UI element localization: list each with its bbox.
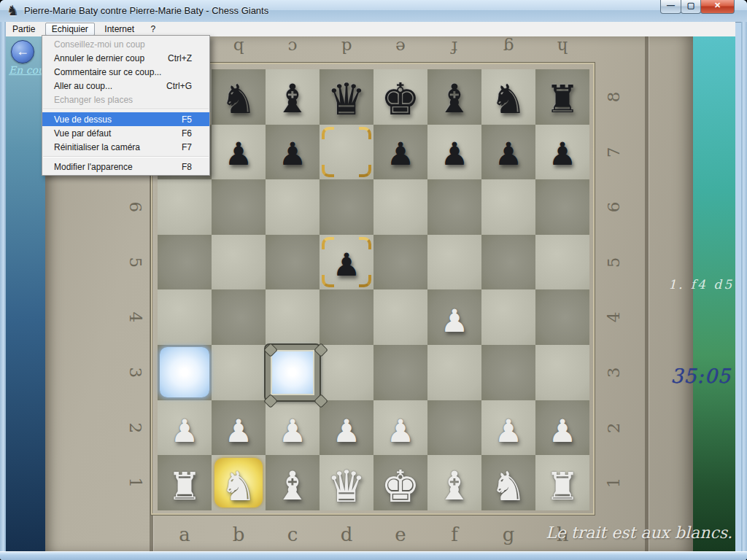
square-d4[interactable] (320, 289, 374, 345)
piece-black-pawn-c7[interactable]: ♟ (266, 127, 320, 182)
menu-item-modifier-l-apparence[interactable]: Modifier l'apparenceF8 (42, 160, 209, 174)
piece-white-pawn-e2[interactable]: ♟ (374, 404, 427, 459)
piece-black-pawn-d5[interactable]: ♟ (320, 237, 374, 292)
rank-label-left-1: 1 (108, 472, 163, 494)
frame-groove-right (645, 36, 649, 551)
window-border-left (0, 22, 6, 560)
square-g3[interactable] (481, 345, 535, 400)
scene-background-left (6, 36, 45, 551)
menu-item-label: Annuler le dernier coup (42, 53, 168, 63)
menu-item-echanger-les-places[interactable]: Echanger les places (42, 93, 209, 106)
menu-item-label: Conseillez-moi un coup (42, 39, 192, 50)
piece-white-bishop-f1[interactable]: ♝ (427, 459, 481, 514)
menu-item-label: Vue par défaut (42, 128, 182, 139)
piece-black-bishop-c8[interactable]: ♝ (266, 71, 320, 127)
square-h3[interactable] (535, 345, 589, 400)
menubar-item-echiquier[interactable]: Echiquier (45, 23, 95, 36)
menu-item-label: Commentaire sur ce coup... (42, 67, 192, 77)
file-label-top-g: g (481, 38, 535, 57)
square-a4[interactable] (158, 289, 212, 345)
file-label-bottom-a: a (158, 524, 212, 545)
menu-separator (43, 156, 209, 158)
menubar-item-partie[interactable]: Partie (6, 23, 42, 36)
menu-item-conseillez-moi-un-coup[interactable]: Conseillez-moi un coup (42, 37, 209, 51)
piece-white-pawn-f4[interactable]: ♟ (427, 293, 481, 349)
square-h5[interactable] (535, 235, 589, 290)
square-d3[interactable] (320, 345, 374, 400)
piece-black-bishop-f8[interactable]: ♝ (427, 71, 481, 127)
piece-black-queen-d8[interactable]: ♛ (320, 71, 374, 127)
square-c5[interactable] (266, 235, 320, 290)
square-g6[interactable] (481, 179, 535, 235)
square-f3[interactable] (427, 345, 481, 400)
square-h6[interactable] (535, 179, 589, 235)
menu-item-shortcut: F7 (182, 142, 209, 152)
piece-white-rook-h1[interactable]: ♜ (535, 459, 589, 514)
menu-item-label: Aller au coup... (42, 81, 166, 91)
square-f2[interactable] (427, 400, 481, 456)
file-label-top-f: f (427, 38, 481, 57)
square-e4[interactable] (374, 289, 427, 345)
rank-label-right-5: 5 (586, 252, 641, 273)
piece-white-pawn-a2[interactable]: ♟ (158, 404, 212, 459)
square-a5[interactable] (158, 235, 212, 290)
gold-corner-icon (359, 165, 371, 177)
window-title: Pierre-Marie Baty contre Pierre-Marie Ba… (24, 5, 268, 16)
square-b5[interactable] (212, 235, 266, 290)
square-g4[interactable] (481, 289, 535, 345)
menu-item-vue-de-dessus[interactable]: Vue de dessusF5 (42, 112, 209, 126)
square-f5[interactable] (427, 235, 481, 290)
rank-label-right-3: 3 (586, 362, 641, 384)
legal-move-highlight-a3[interactable] (160, 347, 209, 397)
square-a6[interactable] (158, 179, 212, 235)
square-b6[interactable] (212, 179, 266, 235)
titlebar[interactable]: ♞ Pierre-Marie Baty contre Pierre-Marie … (0, 0, 747, 23)
piece-black-rook-h8[interactable]: ♜ (535, 71, 589, 127)
square-e6[interactable] (374, 179, 427, 235)
piece-black-pawn-e7[interactable]: ♟ (374, 127, 427, 182)
menu-item-reinitialiser-la-camera[interactable]: Réinitialiser la caméraF7 (42, 140, 209, 154)
piece-white-rook-a1[interactable]: ♜ (158, 459, 212, 514)
piece-white-pawn-d2[interactable]: ♟ (320, 404, 374, 459)
square-f6[interactable] (427, 179, 481, 235)
piece-black-pawn-f7[interactable]: ♟ (427, 127, 481, 182)
square-c6[interactable] (266, 179, 320, 235)
piece-white-knight-g1[interactable]: ♞ (481, 459, 535, 514)
square-b3[interactable] (212, 345, 266, 400)
piece-white-king-e1[interactable]: ♚ (374, 459, 427, 514)
menubar-item-help[interactable]: ? (144, 23, 162, 36)
square-e5[interactable] (374, 235, 427, 290)
piece-black-knight-g8[interactable]: ♞ (481, 71, 535, 127)
menubar-item-internet[interactable]: Internet (98, 23, 141, 36)
maximize-button[interactable]: ▢ (681, 0, 701, 14)
piece-white-pawn-g2[interactable]: ♟ (481, 404, 535, 459)
piece-white-pawn-b2[interactable]: ♟ (212, 404, 266, 459)
piece-black-knight-b8[interactable]: ♞ (212, 71, 266, 127)
square-d6[interactable] (320, 179, 374, 235)
square-h4[interactable] (535, 289, 589, 345)
piece-black-pawn-h7[interactable]: ♟ (535, 127, 589, 182)
piece-black-king-e8[interactable]: ♚ (374, 71, 427, 127)
cursor-frame-c3[interactable] (266, 345, 320, 400)
menu-item-commentaire-sur-ce-coup[interactable]: Commentaire sur ce coup... (42, 65, 209, 79)
minimize-button[interactable]: — (660, 0, 681, 14)
back-button[interactable]: ← (11, 40, 34, 63)
menu-item-shortcut: F8 (182, 162, 209, 172)
square-c4[interactable] (266, 289, 320, 345)
square-g5[interactable] (481, 235, 535, 290)
piece-white-pawn-h2[interactable]: ♟ (535, 404, 589, 459)
square-b4[interactable] (212, 289, 266, 345)
piece-white-pawn-c2[interactable]: ♟ (266, 404, 320, 459)
close-button[interactable]: ✕ (700, 0, 735, 14)
piece-white-queen-d1[interactable]: ♛ (320, 459, 374, 514)
piece-white-bishop-c1[interactable]: ♝ (266, 459, 320, 514)
minimize-icon: — (667, 0, 675, 12)
piece-black-pawn-b7[interactable]: ♟ (212, 127, 266, 182)
menu-item-annuler-le-dernier-coup[interactable]: Annuler le dernier coupCtrl+Z (42, 51, 209, 65)
piece-black-pawn-g7[interactable]: ♟ (481, 127, 535, 182)
menu-item-aller-au-coup[interactable]: Aller au coup...Ctrl+G (42, 79, 209, 93)
menu-item-vue-par-defaut[interactable]: Vue par défautF6 (42, 126, 209, 140)
piece-white-knight-b1[interactable]: ♞ (212, 459, 266, 514)
back-button-label: En cou (9, 64, 44, 76)
square-e3[interactable] (374, 345, 427, 400)
